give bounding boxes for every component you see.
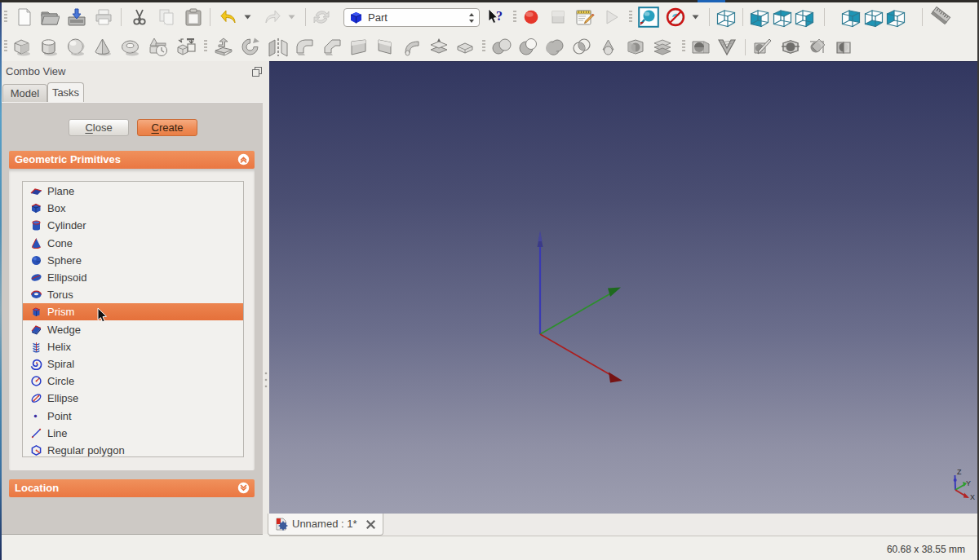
svg-text:Y: Y	[966, 479, 971, 487]
svg-text:X: X	[970, 493, 975, 501]
svg-text:?: ?	[496, 9, 503, 23]
svg-text:Z: Z	[957, 468, 962, 476]
